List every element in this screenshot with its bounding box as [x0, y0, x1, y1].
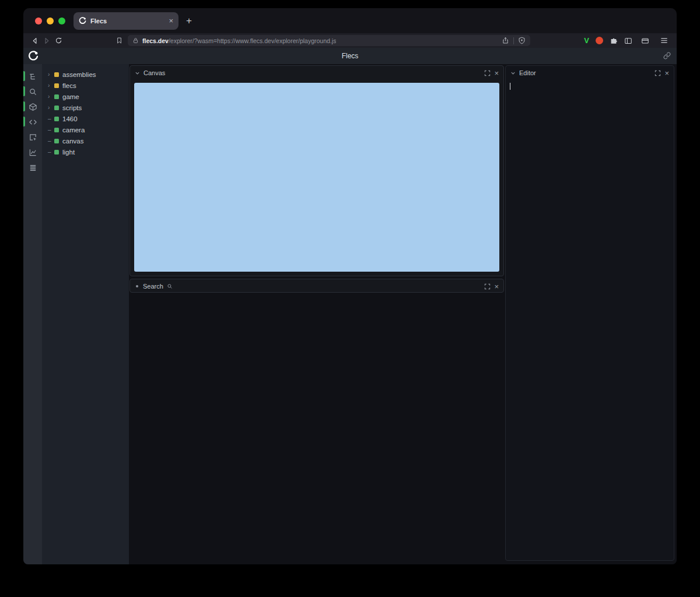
- sidebar-toggle-icon[interactable]: [624, 37, 632, 45]
- entity-label: game: [62, 93, 79, 100]
- fullscreen-icon[interactable]: [484, 283, 491, 290]
- entity-label: light: [62, 149, 75, 156]
- red-extension-icon[interactable]: [596, 37, 603, 44]
- entity-color-square: [54, 106, 59, 110]
- entity-label: camera: [62, 127, 85, 134]
- url-bar-separator: [513, 37, 514, 44]
- browser-window: Flecs × + flecs.dev/explorer/?wasm=https…: [23, 8, 677, 564]
- code-icon[interactable]: [23, 114, 42, 129]
- magnifier-icon: [167, 283, 173, 289]
- canvas-body: [130, 80, 503, 276]
- wallet-card-icon[interactable]: [641, 37, 649, 45]
- canvas-panel-title: Canvas: [144, 69, 165, 76]
- tab-close-icon[interactable]: ×: [169, 17, 173, 24]
- expand-chevron-icon[interactable]: ›: [48, 82, 54, 89]
- entity-label: scripts: [62, 104, 82, 111]
- cube-icon[interactable]: [23, 99, 42, 114]
- search-panel-title: Search: [143, 283, 163, 290]
- entity-color-square: [54, 117, 59, 121]
- tab-title: Flecs: [90, 17, 164, 24]
- leaf-dash-icon: –: [48, 138, 54, 144]
- leaf-dash-icon: –: [48, 115, 54, 122]
- tree-item-assemblies[interactable]: ›assemblies: [42, 69, 129, 80]
- leaf-dash-icon: –: [48, 149, 54, 155]
- expand-chevron-icon[interactable]: ›: [48, 93, 54, 100]
- flecs-logo-icon: [28, 51, 38, 61]
- url-bar[interactable]: flecs.dev/explorer/?wasm=https://www.fle…: [128, 35, 530, 46]
- entity-color-square: [54, 72, 59, 77]
- icon-rail: [23, 64, 42, 564]
- tree-item-canvas[interactable]: –canvas: [42, 135, 129, 146]
- permalink-icon[interactable]: [663, 52, 671, 59]
- entity-color-square: [54, 94, 59, 99]
- forward-button[interactable]: [41, 37, 52, 45]
- rows-icon[interactable]: [23, 160, 42, 175]
- chart-icon[interactable]: [23, 145, 42, 160]
- shields-icon[interactable]: [518, 37, 526, 44]
- entity-color-square: [54, 150, 59, 154]
- tree-item-light[interactable]: –light: [42, 146, 129, 157]
- editor-textarea[interactable]: [506, 80, 674, 560]
- expand-chevron-icon[interactable]: ›: [48, 71, 54, 78]
- url-path: /explorer/?wasm=https://www.flecs.dev/ex…: [169, 37, 336, 44]
- canvas-viewport[interactable]: [134, 83, 499, 272]
- tree-item-game[interactable]: ›game: [42, 91, 129, 102]
- editor-panel: Editor ×: [505, 65, 674, 561]
- editor-panel-title: Editor: [519, 69, 536, 76]
- tree-item-flecs[interactable]: ›flecs: [42, 80, 129, 91]
- entity-tree-icon[interactable]: [23, 69, 42, 84]
- navigation-bar: flecs.dev/explorer/?wasm=https://www.fle…: [23, 33, 677, 48]
- entity-label: assemblies: [62, 71, 96, 78]
- tree-item-1460[interactable]: –1460: [42, 113, 129, 124]
- close-window-button[interactable]: [35, 17, 42, 24]
- app-body: ›assemblies›flecs›game›scripts–1460–came…: [23, 64, 677, 564]
- editor-panel-header: Editor ×: [506, 66, 674, 80]
- editor-close-icon[interactable]: ×: [664, 69, 669, 77]
- canvas-panel-header: Canvas ×: [130, 66, 503, 80]
- new-tab-button[interactable]: +: [186, 16, 192, 26]
- fullscreen-icon[interactable]: [484, 70, 491, 76]
- search-panel: Search ×: [130, 279, 504, 293]
- entity-color-square: [54, 128, 59, 132]
- bookmark-icon[interactable]: [116, 37, 123, 44]
- menu-icon[interactable]: [660, 36, 668, 45]
- browser-tab[interactable]: Flecs ×: [74, 12, 178, 30]
- search-close-icon[interactable]: ×: [494, 283, 499, 290]
- share-icon[interactable]: [502, 37, 509, 44]
- zoom-window-button[interactable]: [58, 17, 65, 24]
- entity-label: flecs: [62, 82, 76, 89]
- extensions-puzzle-icon[interactable]: [610, 37, 618, 45]
- url-bar-actions: [502, 37, 526, 44]
- url-domain: flecs.dev: [142, 37, 169, 44]
- text-cursor: [510, 83, 510, 90]
- canvas-close-icon[interactable]: ×: [494, 69, 499, 77]
- back-button[interactable]: [29, 37, 41, 45]
- entity-label: 1460: [62, 115, 78, 122]
- inspect-icon[interactable]: [23, 129, 42, 145]
- search-panel-header[interactable]: Search ×: [130, 279, 503, 293]
- tree-item-camera[interactable]: –camera: [42, 124, 129, 135]
- flecs-favicon-icon: [79, 17, 86, 24]
- chevron-down-icon[interactable]: [135, 71, 140, 76]
- entity-label: canvas: [62, 138, 83, 145]
- minimize-window-button[interactable]: [47, 17, 54, 24]
- page-title: Flecs: [23, 52, 677, 60]
- expand-chevron-icon[interactable]: ›: [48, 104, 54, 111]
- fullscreen-icon[interactable]: [654, 70, 661, 76]
- entity-color-square: [54, 83, 59, 88]
- url-text: flecs.dev/explorer/?wasm=https://www.fle…: [142, 37, 336, 44]
- entity-color-square: [54, 139, 59, 143]
- leaf-dash-icon: –: [48, 127, 54, 133]
- extension-cluster: V: [584, 36, 671, 45]
- search-icon[interactable]: [23, 84, 42, 99]
- entity-tree: ›assemblies›flecs›game›scripts–1460–came…: [42, 64, 129, 564]
- tree-item-scripts[interactable]: ›scripts: [42, 102, 129, 113]
- chevron-down-icon[interactable]: [510, 71, 516, 76]
- tab-bar: Flecs × +: [23, 8, 677, 33]
- vimium-extension-icon[interactable]: V: [584, 36, 589, 45]
- main-area: Canvas × Search: [129, 64, 677, 564]
- lock-icon: [132, 37, 139, 44]
- reload-button[interactable]: [52, 37, 64, 44]
- traffic-lights: [35, 17, 65, 24]
- collapsed-dot-icon: [136, 285, 138, 287]
